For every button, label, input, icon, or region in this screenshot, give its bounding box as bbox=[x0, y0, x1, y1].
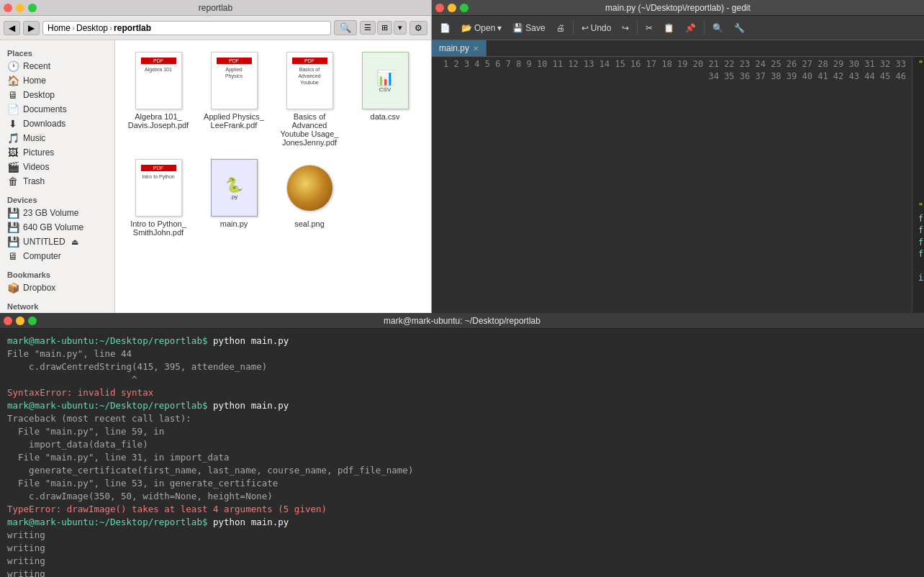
gedit-replace-button[interactable]: 🔧 bbox=[730, 21, 749, 35]
gedit-maximize-button[interactable] bbox=[460, 4, 468, 12]
sidebar-label-desktop: Desktop bbox=[23, 90, 55, 100]
eject-icon[interactable]: ⏏ bbox=[71, 237, 78, 247]
file-name-physics: Applied Physics_LeeFrank.pdf bbox=[204, 112, 264, 130]
file-seal-png[interactable]: seal.png bbox=[273, 155, 345, 241]
gedit-minimize-button[interactable] bbox=[448, 4, 456, 12]
sidebar-item-trash[interactable]: 🗑 Trash bbox=[0, 174, 114, 188]
documents-icon: 📄 bbox=[7, 104, 19, 115]
sidebar-label-recent: Recent bbox=[23, 61, 50, 71]
fm-sidebar: Places 🕐 Recent 🏠 Home 🖥 Desktop 📄 Docum… bbox=[0, 40, 115, 313]
terminal-minimize-button[interactable] bbox=[16, 317, 24, 325]
file-csv-thumb: 📊 CSV bbox=[360, 52, 410, 109]
fm-view-dropdown-button[interactable]: ▾ bbox=[394, 21, 407, 35]
breadcrumb-home[interactable]: Home bbox=[47, 23, 71, 33]
fm-back-button[interactable]: ◀ bbox=[4, 21, 20, 35]
sidebar-item-pictures[interactable]: 🖼 Pictures bbox=[0, 145, 114, 160]
gedit-titlebar: main.py (~\/Desktop\/reportlab) - gedit bbox=[432, 0, 924, 16]
sidebar-item-dropbox[interactable]: 📦 Dropbox bbox=[0, 281, 114, 295]
redo-icon: ↪ bbox=[622, 23, 629, 33]
fm-breadcrumb[interactable]: Home › Desktop › reportlab bbox=[42, 21, 331, 35]
fm-forward-button[interactable]: ▶ bbox=[23, 21, 40, 35]
pdf-thumb-youtube: PDF Basics of Advanced Youtube bbox=[286, 52, 333, 109]
computer-icon: 🖥 bbox=[7, 250, 19, 262]
fm-close-button[interactable] bbox=[4, 4, 12, 12]
file-algebra-pdf[interactable]: PDF Algebra 101 Algebra 101_Davis.Joseph… bbox=[122, 47, 194, 151]
gedit-window: main.py (~\/Desktop\/reportlab) - gedit … bbox=[432, 0, 924, 313]
file-data-csv[interactable]: 📊 CSV data.csv bbox=[349, 47, 421, 151]
dropbox-icon: 📦 bbox=[7, 282, 19, 294]
file-main-py[interactable]: 🐍 .py main.py bbox=[198, 155, 270, 241]
pdf-thumb-algebra: PDF Algebra 101 bbox=[135, 52, 182, 109]
file-youtube-pdf[interactable]: PDF Basics of Advanced Youtube Basics of… bbox=[273, 47, 345, 151]
terminal-maximize-button[interactable] bbox=[28, 317, 37, 325]
terminal-titlebar-buttons bbox=[4, 317, 37, 325]
sidebar-item-640gb[interactable]: 💾 640 GB Volume bbox=[0, 220, 114, 235]
pictures-icon: 🖼 bbox=[7, 147, 19, 158]
sidebar-item-23gb[interactable]: 💾 23 GB Volume bbox=[0, 206, 114, 220]
fm-list-view-button[interactable]: ☰ bbox=[360, 21, 376, 35]
fm-maximize-button[interactable] bbox=[28, 4, 37, 12]
sidebar-label-23gb: 23 GB Volume bbox=[23, 208, 78, 218]
sidebar-item-recent[interactable]: 🕐 Recent bbox=[0, 59, 114, 73]
gedit-code-area[interactable]: """ Basics of ReportLab for Python - 11/… bbox=[912, 57, 924, 313]
gedit-paste-button[interactable]: 📌 bbox=[681, 21, 700, 35]
gedit-editor[interactable]: 1 2 3 4 5 6 7 8 9 10 11 12 13 14 15 16 1… bbox=[432, 57, 924, 313]
sidebar-item-untitled[interactable]: 💾 UNTITLED ⏏ bbox=[0, 235, 114, 249]
downloads-icon: ⬇ bbox=[7, 118, 19, 130]
file-physics-pdf[interactable]: PDF Applied Physics Applied Physics_LeeF… bbox=[198, 47, 270, 151]
gedit-new-button[interactable]: 📄 bbox=[435, 21, 455, 35]
trash-icon: 🗑 bbox=[7, 176, 19, 187]
sidebar-label-downloads: Downloads bbox=[23, 119, 65, 129]
fm-search-button[interactable]: 🔍 bbox=[334, 20, 357, 35]
terminal-window: mark@mark-ubuntu: ~/Desktop/reportlab ma… bbox=[0, 313, 924, 577]
sidebar-item-downloads[interactable]: ⬇ Downloads bbox=[0, 117, 114, 131]
py-thumb-main: 🐍 .py bbox=[211, 159, 258, 217]
gedit-cut-button[interactable]: ✂ bbox=[641, 21, 657, 35]
sidebar-item-videos[interactable]: 🎬 Videos bbox=[0, 160, 114, 174]
fm-title: reportlab bbox=[199, 3, 232, 13]
fm-settings-button[interactable]: ⚙ bbox=[409, 21, 427, 35]
file-youtube-thumb: PDF Basics of Advanced Youtube bbox=[284, 52, 335, 109]
file-name-python-pdf: Intro to Python_SmithJohn.pdf bbox=[130, 219, 186, 237]
bookmarks-section-label: Bookmarks bbox=[0, 268, 114, 281]
breadcrumb-desktop[interactable]: Desktop bbox=[76, 23, 108, 33]
music-icon: 🎵 bbox=[7, 132, 19, 144]
file-name-algebra: Algebra 101_Davis.Joseph.pdf bbox=[128, 112, 189, 130]
sidebar-item-computer[interactable]: 🖥 Computer bbox=[0, 249, 114, 263]
gedit-open-button[interactable]: 📂 Open ▾ bbox=[457, 21, 506, 35]
file-name-seal: seal.png bbox=[294, 219, 325, 228]
gedit-undo-button[interactable]: ↩ Undo bbox=[577, 21, 616, 35]
gedit-redo-button[interactable]: ↪ bbox=[617, 21, 633, 35]
gedit-tab-main[interactable]: main.py ✕ bbox=[432, 40, 486, 56]
sidebar-label-untitled: UNTITLED bbox=[23, 237, 65, 247]
untitled-icon: 💾 bbox=[7, 236, 19, 247]
gedit-print-button[interactable]: 🖨 bbox=[552, 21, 569, 35]
terminal-content[interactable]: mark@mark-ubuntu:~/Desktop/reportlab$ py… bbox=[0, 329, 924, 577]
sidebar-item-home[interactable]: 🏠 Home bbox=[0, 73, 114, 88]
save-icon: 💾 bbox=[512, 23, 523, 33]
file-img-thumb bbox=[284, 159, 335, 217]
sidebar-item-documents[interactable]: 📄 Documents bbox=[0, 102, 114, 117]
sidebar-item-music[interactable]: 🎵 Music bbox=[0, 131, 114, 145]
open-icon: 📂 bbox=[461, 23, 472, 33]
gedit-copy-button[interactable]: 📋 bbox=[659, 21, 679, 35]
gedit-titlebar-buttons bbox=[435, 4, 468, 12]
file-python-pdf[interactable]: PDF Intro to Python Intro to Python_Smit… bbox=[122, 155, 194, 241]
terminal-close-button[interactable] bbox=[4, 317, 12, 325]
breadcrumb-current[interactable]: reportlab bbox=[114, 23, 151, 33]
sidebar-label-dropbox: Dropbox bbox=[23, 283, 55, 293]
tab-close-button[interactable]: ✕ bbox=[473, 45, 479, 53]
sidebar-item-desktop[interactable]: 🖥 Desktop bbox=[0, 88, 114, 102]
gedit-find-button[interactable]: 🔍 bbox=[708, 21, 728, 35]
gedit-close-button[interactable] bbox=[435, 4, 444, 12]
gedit-save-button[interactable]: 💾 Save bbox=[508, 21, 549, 35]
fm-grid-view-button[interactable]: ⊞ bbox=[377, 21, 392, 35]
terminal-title: mark@mark-ubuntu: ~/Desktop/reportlab bbox=[384, 316, 540, 326]
open-dropdown-icon: ▾ bbox=[497, 23, 502, 33]
volume-23gb-icon: 💾 bbox=[7, 207, 19, 219]
sidebar-label-640gb: 640 GB Volume bbox=[23, 222, 83, 232]
fm-minimize-button[interactable] bbox=[16, 4, 24, 12]
copy-icon: 📋 bbox=[663, 23, 674, 33]
fm-main-area: Places 🕐 Recent 🏠 Home 🖥 Desktop 📄 Docum… bbox=[0, 40, 431, 313]
sidebar-label-documents: Documents bbox=[23, 104, 67, 114]
